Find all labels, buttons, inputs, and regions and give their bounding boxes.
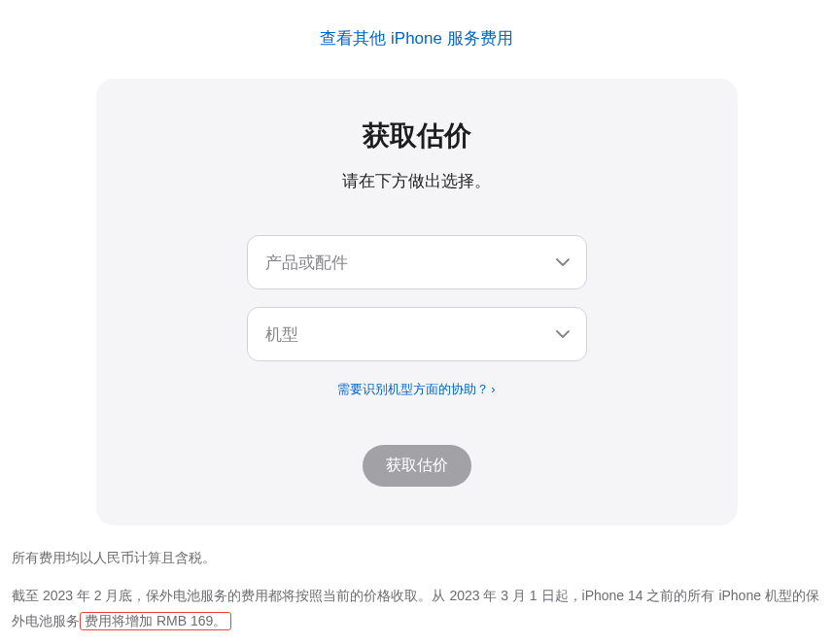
view-other-services-link[interactable]: 查看其他 iPhone 服务费用 [320,29,512,48]
footer-line-1: 所有费用均以人民币计算且含税。 [12,545,821,571]
footer-line-2: 截至 2023 年 2 月底，保外电池服务的费用都将按照当前的价格收取。从 20… [12,583,821,634]
model-select-wrapper: 机型 [247,307,587,361]
product-select-wrapper: 产品或配件 [247,235,587,289]
get-estimate-button[interactable]: 获取估价 [363,445,471,487]
model-select-placeholder: 机型 [265,323,298,346]
card-title: 获取估价 [145,118,689,154]
estimate-card: 获取估价 请在下方做出选择。 产品或配件 机型 需要识别机型方面的协助？› 获取… [96,79,738,525]
model-select[interactable]: 机型 [247,307,587,361]
top-link-container: 查看其他 iPhone 服务费用 [0,0,833,69]
chevron-right-icon: › [491,382,495,396]
price-increase-highlight: 费用将增加 RMB 169。 [80,612,231,630]
product-select[interactable]: 产品或配件 [247,235,587,289]
identify-model-help-link[interactable]: 需要识别机型方面的协助？› [337,382,495,396]
help-link-container: 需要识别机型方面的协助？› [145,381,689,398]
help-link-text: 需要识别机型方面的协助？ [337,382,489,396]
footer-notes: 所有费用均以人民币计算且含税。 截至 2023 年 2 月底，保外电池服务的费用… [0,525,833,634]
product-select-placeholder: 产品或配件 [265,252,348,274]
card-subtitle: 请在下方做出选择。 [145,170,689,192]
